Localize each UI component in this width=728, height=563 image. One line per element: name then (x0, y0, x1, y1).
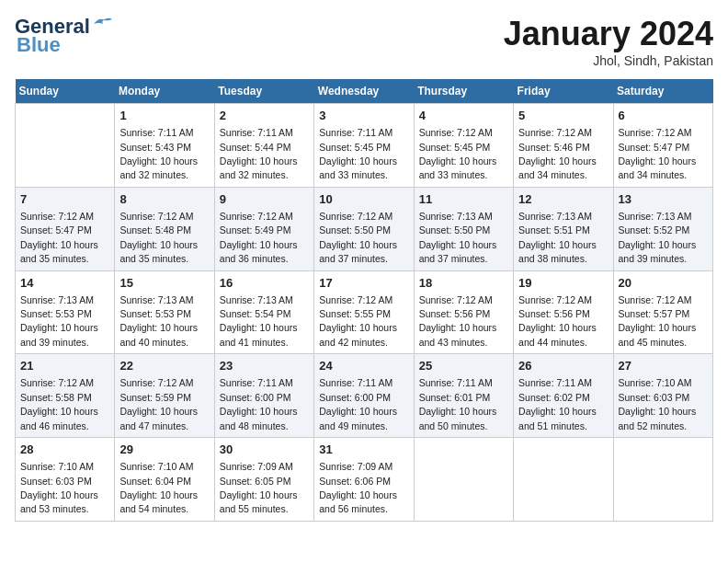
day-info: Sunrise: 7:11 AMSunset: 6:00 PMDaylight:… (319, 377, 397, 431)
week-row-4: 21 Sunrise: 7:12 AMSunset: 5:58 PMDaylig… (16, 354, 713, 438)
week-row-1: 1 Sunrise: 7:11 AMSunset: 5:43 PMDayligh… (16, 104, 713, 188)
day-number: 9 (220, 191, 309, 208)
day-number: 29 (119, 442, 209, 458)
day-number: 30 (220, 442, 309, 458)
day-info: Sunrise: 7:13 AMSunset: 5:53 PMDaylight:… (119, 294, 198, 348)
weekday-header-tuesday: Tuesday (214, 79, 313, 104)
day-info: Sunrise: 7:11 AMSunset: 6:00 PMDaylight:… (220, 377, 298, 431)
day-info: Sunrise: 7:12 AMSunset: 5:47 PMDaylight:… (20, 211, 98, 264)
title-block: January 2024 Jhol, Sindh, Pakistan (504, 15, 713, 68)
day-info: Sunrise: 7:12 AMSunset: 5:59 PMDaylight:… (119, 377, 198, 431)
calendar-cell: 4 Sunrise: 7:12 AMSunset: 5:45 PMDayligh… (414, 104, 513, 188)
day-number: 24 (319, 358, 408, 374)
day-info: Sunrise: 7:10 AMSunset: 6:04 PMDaylight:… (119, 461, 198, 514)
calendar-cell: 11 Sunrise: 7:13 AMSunset: 5:50 PMDaylig… (414, 187, 513, 270)
day-number: 23 (220, 358, 309, 374)
day-number: 15 (119, 275, 209, 292)
calendar-cell (414, 438, 513, 522)
day-number: 27 (619, 358, 708, 374)
day-info: Sunrise: 7:12 AMSunset: 5:56 PMDaylight:… (518, 294, 597, 348)
weekday-header-monday: Monday (115, 79, 214, 104)
calendar-cell (514, 438, 613, 522)
day-info: Sunrise: 7:12 AMSunset: 5:47 PMDaylight:… (619, 127, 697, 180)
calendar-table: SundayMondayTuesdayWednesdayThursdayFrid… (15, 79, 713, 522)
day-number: 21 (20, 358, 109, 374)
day-number: 10 (319, 191, 408, 208)
weekday-header-wednesday: Wednesday (314, 79, 414, 104)
calendar-cell: 27 Sunrise: 7:10 AMSunset: 6:03 PMDaylig… (613, 354, 712, 438)
week-row-5: 28 Sunrise: 7:10 AMSunset: 6:03 PMDaylig… (16, 438, 713, 522)
day-number: 13 (619, 191, 708, 208)
weekday-header-friday: Friday (514, 79, 613, 104)
day-number: 14 (20, 275, 109, 292)
day-info: Sunrise: 7:12 AMSunset: 5:57 PMDaylight:… (619, 294, 697, 348)
calendar-cell: 12 Sunrise: 7:13 AMSunset: 5:51 PMDaylig… (514, 187, 613, 270)
week-row-2: 7 Sunrise: 7:12 AMSunset: 5:47 PMDayligh… (16, 187, 713, 270)
logo-blue: Blue (17, 33, 61, 57)
logo: General Blue (15, 15, 112, 57)
weekday-header-row: SundayMondayTuesdayWednesdayThursdayFrid… (16, 79, 713, 104)
weekday-header-thursday: Thursday (414, 79, 513, 104)
day-info: Sunrise: 7:12 AMSunset: 5:50 PMDaylight:… (319, 211, 397, 264)
day-number: 18 (419, 275, 508, 292)
calendar-cell: 8 Sunrise: 7:12 AMSunset: 5:48 PMDayligh… (115, 187, 214, 270)
calendar-cell: 9 Sunrise: 7:12 AMSunset: 5:49 PMDayligh… (214, 187, 313, 270)
calendar-cell: 23 Sunrise: 7:11 AMSunset: 6:00 PMDaylig… (214, 354, 313, 438)
day-info: Sunrise: 7:09 AMSunset: 6:06 PMDaylight:… (319, 461, 397, 514)
day-number: 28 (20, 442, 109, 458)
calendar-cell (613, 438, 712, 522)
day-number: 12 (518, 191, 608, 208)
day-info: Sunrise: 7:11 AMSunset: 5:45 PMDaylight:… (319, 127, 397, 180)
day-number: 16 (220, 275, 309, 292)
calendar-cell: 16 Sunrise: 7:13 AMSunset: 5:54 PMDaylig… (214, 270, 313, 354)
day-number: 4 (419, 108, 508, 124)
day-number: 11 (419, 191, 508, 208)
day-info: Sunrise: 7:10 AMSunset: 6:03 PMDaylight:… (619, 377, 697, 431)
day-number: 2 (220, 108, 309, 124)
day-info: Sunrise: 7:13 AMSunset: 5:53 PMDaylight:… (20, 294, 98, 348)
calendar-cell: 1 Sunrise: 7:11 AMSunset: 5:43 PMDayligh… (115, 104, 214, 188)
calendar-cell: 10 Sunrise: 7:12 AMSunset: 5:50 PMDaylig… (314, 187, 414, 270)
calendar-cell: 30 Sunrise: 7:09 AMSunset: 6:05 PMDaylig… (214, 438, 313, 522)
calendar-cell: 14 Sunrise: 7:13 AMSunset: 5:53 PMDaylig… (16, 270, 115, 354)
day-number: 22 (119, 358, 209, 374)
day-info: Sunrise: 7:13 AMSunset: 5:52 PMDaylight:… (619, 211, 697, 264)
day-info: Sunrise: 7:12 AMSunset: 5:46 PMDaylight:… (518, 127, 597, 180)
calendar-cell: 2 Sunrise: 7:11 AMSunset: 5:44 PMDayligh… (214, 104, 313, 188)
calendar-cell: 3 Sunrise: 7:11 AMSunset: 5:45 PMDayligh… (314, 104, 414, 188)
calendar-cell: 6 Sunrise: 7:12 AMSunset: 5:47 PMDayligh… (613, 104, 712, 188)
weekday-header-saturday: Saturday (613, 79, 712, 104)
day-info: Sunrise: 7:10 AMSunset: 6:03 PMDaylight:… (20, 461, 98, 514)
calendar-cell: 20 Sunrise: 7:12 AMSunset: 5:57 PMDaylig… (613, 270, 712, 354)
day-info: Sunrise: 7:13 AMSunset: 5:51 PMDaylight:… (518, 211, 597, 264)
calendar-cell: 7 Sunrise: 7:12 AMSunset: 5:47 PMDayligh… (16, 187, 115, 270)
calendar-cell: 5 Sunrise: 7:12 AMSunset: 5:46 PMDayligh… (514, 104, 613, 188)
day-info: Sunrise: 7:12 AMSunset: 5:58 PMDaylight:… (20, 377, 98, 431)
day-info: Sunrise: 7:11 AMSunset: 6:01 PMDaylight:… (419, 377, 497, 431)
day-number: 19 (518, 275, 608, 292)
calendar-cell: 26 Sunrise: 7:11 AMSunset: 6:02 PMDaylig… (514, 354, 613, 438)
day-number: 1 (119, 108, 209, 124)
day-info: Sunrise: 7:12 AMSunset: 5:56 PMDaylight:… (419, 294, 497, 348)
calendar-cell: 15 Sunrise: 7:13 AMSunset: 5:53 PMDaylig… (115, 270, 214, 354)
calendar-cell: 13 Sunrise: 7:13 AMSunset: 5:52 PMDaylig… (613, 187, 712, 270)
day-number: 17 (319, 275, 408, 292)
day-info: Sunrise: 7:12 AMSunset: 5:45 PMDaylight:… (419, 127, 497, 180)
day-number: 5 (518, 108, 608, 124)
day-info: Sunrise: 7:11 AMSunset: 6:02 PMDaylight:… (518, 377, 597, 431)
calendar-cell: 24 Sunrise: 7:11 AMSunset: 6:00 PMDaylig… (314, 354, 414, 438)
day-number: 26 (518, 358, 608, 374)
calendar-cell: 28 Sunrise: 7:10 AMSunset: 6:03 PMDaylig… (16, 438, 115, 522)
day-number: 20 (619, 275, 708, 292)
location: Jhol, Sindh, Pakistan (504, 53, 713, 68)
calendar-cell: 22 Sunrise: 7:12 AMSunset: 5:59 PMDaylig… (115, 354, 214, 438)
week-row-3: 14 Sunrise: 7:13 AMSunset: 5:53 PMDaylig… (16, 270, 713, 354)
calendar-cell: 29 Sunrise: 7:10 AMSunset: 6:04 PMDaylig… (115, 438, 214, 522)
day-info: Sunrise: 7:13 AMSunset: 5:50 PMDaylight:… (419, 211, 497, 264)
day-info: Sunrise: 7:13 AMSunset: 5:54 PMDaylight:… (220, 294, 298, 348)
logo-bird-icon (92, 17, 112, 31)
day-info: Sunrise: 7:09 AMSunset: 6:05 PMDaylight:… (220, 461, 298, 514)
calendar-cell: 18 Sunrise: 7:12 AMSunset: 5:56 PMDaylig… (414, 270, 513, 354)
day-number: 31 (319, 442, 408, 458)
day-info: Sunrise: 7:11 AMSunset: 5:44 PMDaylight:… (220, 127, 298, 180)
